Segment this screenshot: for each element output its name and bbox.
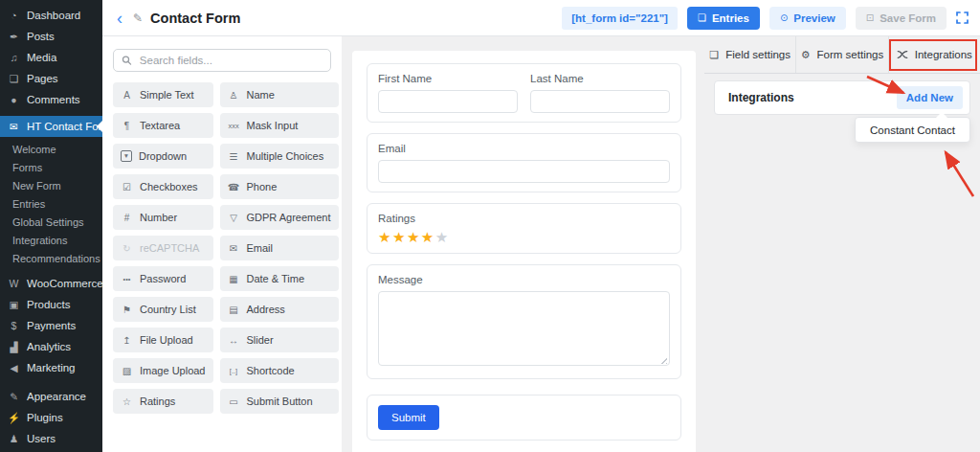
tab-form-settings[interactable]: ⚙ Form settings: [795, 36, 887, 73]
submenu-item-global-settings[interactable]: Global Settings: [0, 213, 102, 231]
back-chevron-icon[interactable]: ‹: [117, 10, 122, 27]
palette-item-slider[interactable]: ↔ Slider: [220, 328, 339, 352]
email-field-block[interactable]: Email: [367, 133, 681, 192]
tab-integrations[interactable]: Integrations: [888, 36, 980, 73]
edit-title-icon[interactable]: ✎: [133, 11, 143, 25]
palette-item-multiple-choices[interactable]: ☰ Multiple Choices: [220, 144, 339, 169]
products-icon: ▣: [8, 299, 20, 310]
upload-icon: ↥: [121, 335, 133, 346]
sidebar-item-appearance[interactable]: ✎ Appearance: [0, 386, 102, 407]
palette-item-recaptcha[interactable]: ↻ reCAPTCHA: [113, 236, 213, 260]
sidebar-item-posts[interactable]: ✒ Posts: [0, 26, 102, 47]
submit-field-block[interactable]: Submit: [367, 395, 681, 441]
map-icon: ▤: [228, 305, 240, 315]
envelope-icon: ✉: [8, 121, 20, 132]
rating-stars[interactable]: ★★★★★: [378, 230, 670, 244]
palette-item-file-upload[interactable]: ↥ File Upload: [113, 328, 213, 352]
plugin-submenu: Welcome Forms New Form Entries Global Se…: [0, 140, 102, 267]
settings-panel: ❏ Field settings ⚙ Form settings Integra…: [704, 36, 980, 452]
integrations-icon: [897, 49, 908, 60]
submenu-item-new-form[interactable]: New Form: [0, 176, 102, 194]
sidebar-item-users[interactable]: ♟ Users: [0, 428, 102, 449]
star-filled-icon[interactable]: ★: [392, 229, 407, 245]
integrations-section-title: Integrations: [728, 91, 794, 104]
sidebar-item-ht-contact-form[interactable]: ✉ HT Contact Form: [0, 116, 102, 137]
palette-item-country-list[interactable]: ⚑ Country List: [113, 297, 213, 322]
fullscreen-icon: [956, 11, 969, 24]
sidebar-item-products[interactable]: ▣ Products: [0, 294, 102, 315]
palette-item-name[interactable]: ♙ Name: [220, 82, 339, 107]
image-icon: ▨: [121, 366, 133, 376]
preview-button[interactable]: ⊙ Preview: [769, 7, 846, 30]
sidebar-item-pages[interactable]: ❏ Pages: [0, 68, 102, 89]
save-form-button-label: Save Form: [880, 12, 936, 24]
sidebar-item-label: WooCommerce: [27, 278, 103, 289]
document-icon: ❏: [709, 49, 719, 61]
sidebar-item-media[interactable]: ♫ Media: [0, 47, 102, 68]
submenu-item-entries[interactable]: Entries: [0, 194, 102, 213]
palette-item-simple-text[interactable]: A Simple Text: [113, 82, 213, 107]
dots-icon: •••: [121, 275, 133, 283]
last-name-input[interactable]: [530, 90, 670, 113]
star-empty-icon[interactable]: ★: [435, 229, 450, 245]
submenu-item-integrations[interactable]: Integrations: [0, 231, 102, 249]
tab-field-settings[interactable]: ❏ Field settings: [704, 36, 795, 73]
star-icon: ☆: [121, 396, 133, 407]
sidebar-item-label: Posts: [27, 31, 55, 42]
palette-item-dropdown[interactable]: ▾ Dropdown: [113, 144, 213, 169]
sidebar-item-label: Products: [27, 299, 70, 310]
fullscreen-button[interactable]: [956, 11, 969, 24]
palette-item-date-time[interactable]: ▦ Date & Time: [220, 266, 339, 291]
dropdown-item-constant-contact[interactable]: Constant Contact: [856, 118, 969, 142]
message-field-block[interactable]: Message: [367, 264, 681, 379]
star-filled-icon[interactable]: ★: [407, 229, 421, 245]
ratings-field-block[interactable]: Ratings ★★★★★: [367, 203, 681, 254]
refresh-icon: ↻: [121, 243, 133, 254]
sidebar-item-marketing[interactable]: ◀ Marketing: [0, 357, 102, 378]
submenu-item-forms[interactable]: Forms: [0, 158, 102, 176]
sidebar-item-comments[interactable]: ● Comments: [0, 89, 102, 110]
palette-item-gdpr-agreement[interactable]: ▽ GDPR Agreement: [220, 205, 339, 230]
sidebar-item-woocommerce[interactable]: W WooCommerce: [0, 273, 102, 294]
sidebar-item-analytics[interactable]: ▟ Analytics: [0, 336, 102, 357]
submit-button[interactable]: Submit: [378, 405, 439, 430]
submenu-item-recommendations[interactable]: Recommendations: [0, 249, 102, 267]
sidebar-item-plugins[interactable]: ⚡ Plugins: [0, 407, 102, 428]
palette-item-label: Country List: [140, 304, 196, 315]
palette-item-number[interactable]: # Number: [113, 205, 213, 230]
palette-item-label: Submit Button: [247, 396, 313, 407]
submenu-item-welcome[interactable]: Welcome: [0, 140, 102, 158]
sidebar-item-dashboard[interactable]: ◔ Dashboard: [0, 5, 102, 26]
palette-item-label: Name: [247, 89, 275, 101]
palette-item-checkboxes[interactable]: ☑ Checkboxes: [113, 174, 213, 199]
first-name-input[interactable]: [378, 90, 518, 113]
search-input[interactable]: [138, 54, 323, 67]
palette-item-ratings[interactable]: ☆ Ratings: [113, 389, 213, 414]
sidebar-item-payments[interactable]: $ Payments: [0, 315, 102, 336]
palette-item-textarea[interactable]: ¶ Textarea: [113, 113, 213, 138]
message-textarea[interactable]: [378, 291, 670, 366]
palette-item-label: Email: [247, 242, 274, 254]
bar-chart-icon: ▟: [8, 341, 20, 352]
star-filled-icon[interactable]: ★: [378, 229, 392, 245]
save-form-button[interactable]: ⊡ Save Form: [856, 7, 947, 30]
palette-item-image-upload[interactable]: ▨ Image Upload: [113, 358, 213, 383]
palette-item-shortcode[interactable]: [..] Shortcode: [220, 358, 339, 383]
palette-item-email[interactable]: ✉ Email: [220, 236, 339, 260]
palette-item-mask-input[interactable]: xxx Mask Input: [220, 113, 339, 138]
sidebar-item-label: Payments: [27, 320, 76, 331]
sidebar-item-label: Marketing: [27, 362, 76, 373]
star-filled-icon[interactable]: ★: [421, 229, 435, 245]
palette-item-submit-button[interactable]: ▭ Submit Button: [220, 389, 339, 414]
palette-item-password[interactable]: ••• Password: [113, 266, 213, 291]
form-preview-canvas: First Name Last Name Email Ratings ★★★★★…: [352, 51, 696, 452]
name-field-block[interactable]: First Name Last Name: [367, 63, 681, 123]
palette-item-phone[interactable]: ☎ Phone: [220, 174, 339, 199]
form-title: Contact Form: [150, 11, 240, 26]
email-input[interactable]: [378, 160, 670, 183]
entries-button[interactable]: ❏ Entries: [687, 7, 760, 30]
builder-topbar: ‹ ✎ Contact Form [ht_form id="221"] ❏ En…: [102, 0, 980, 36]
add-new-button[interactable]: Add New: [897, 86, 963, 109]
shortcode-chip[interactable]: [ht_form id="221"]: [562, 7, 678, 30]
palette-item-address[interactable]: ▤ Address: [220, 297, 339, 322]
